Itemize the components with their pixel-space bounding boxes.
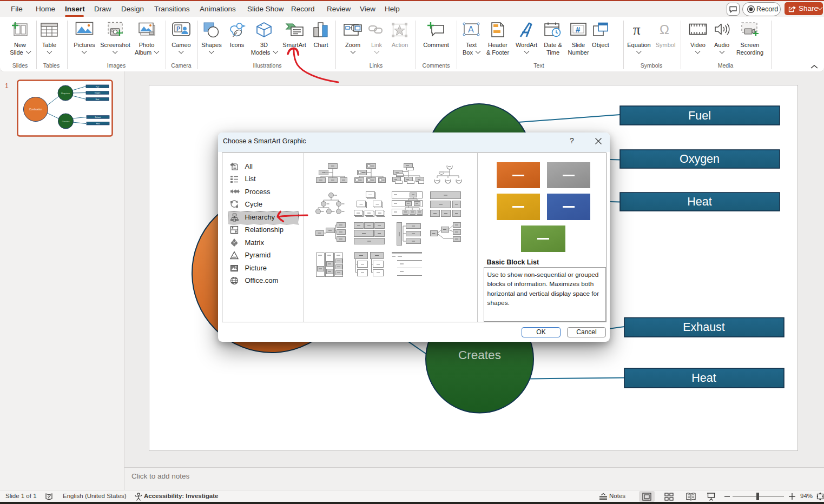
- svg-text:Heat: Heat: [691, 372, 716, 384]
- svg-text:A: A: [468, 25, 474, 34]
- svg-text:Combustion: Combustion: [29, 108, 43, 111]
- svg-text:Heat: Heat: [687, 195, 711, 208]
- svg-text:Heat: Heat: [96, 98, 100, 101]
- svg-text:Creates: Creates: [458, 348, 501, 362]
- svg-text:Exhaust: Exhaust: [95, 116, 101, 118]
- svg-text:Oxygen: Oxygen: [680, 152, 720, 165]
- svg-text:Fuel: Fuel: [96, 86, 99, 88]
- svg-text:Exhaust: Exhaust: [683, 321, 725, 334]
- svg-text:Ω: Ω: [660, 22, 669, 37]
- svg-text:Oxygen: Oxygen: [95, 92, 101, 94]
- svg-text:Requires: Requires: [61, 92, 70, 95]
- svg-text:#: #: [576, 25, 581, 34]
- svg-text:Heat: Heat: [96, 123, 100, 125]
- svg-text:π: π: [633, 22, 641, 38]
- svg-text:Creates: Creates: [62, 120, 69, 123]
- svg-text:P: P: [176, 25, 180, 32]
- svg-text:Fuel: Fuel: [688, 109, 711, 122]
